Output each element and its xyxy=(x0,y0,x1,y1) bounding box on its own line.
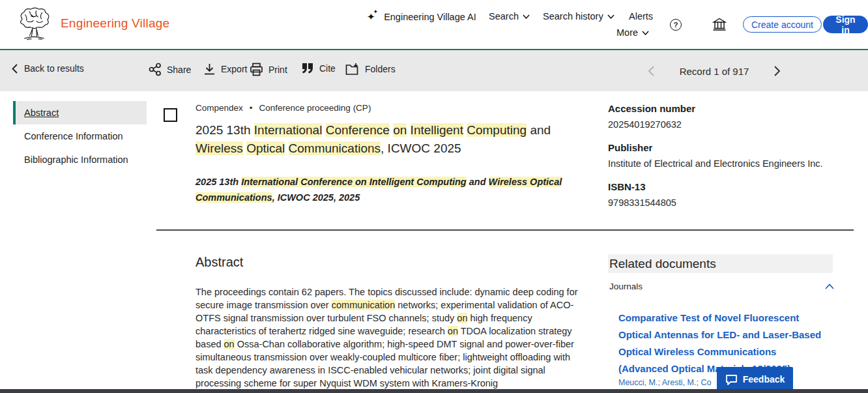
related-documents-heading: Related documents xyxy=(608,254,833,273)
sidebar-item-conference-information[interactable]: Conference Information xyxy=(13,124,147,148)
related-journals-toggle[interactable]: Journals xyxy=(609,282,834,291)
top-header: Engineering Village ✦✦ Engineering Villa… xyxy=(0,0,868,49)
nav-more[interactable]: More xyxy=(616,27,649,38)
create-account-button[interactable]: Create account xyxy=(743,16,822,33)
database-label: Compendex xyxy=(195,103,243,113)
feedback-button[interactable]: Feedback xyxy=(717,367,793,392)
record-counter: Record 1 of 917 xyxy=(665,66,763,77)
chevron-left-icon xyxy=(12,64,18,74)
cite-button[interactable]: Cite xyxy=(301,63,336,74)
nav-search[interactable]: Search xyxy=(489,11,530,22)
publisher-value: Institute of Electrical and Electronics … xyxy=(608,158,856,169)
sparkle-icon: ✦✦ xyxy=(367,11,380,23)
sign-in-button[interactable]: Sign in xyxy=(823,16,868,33)
isbn-link[interactable]: 9798331544805 xyxy=(608,197,856,208)
previous-record-button[interactable] xyxy=(642,62,660,80)
abstract-text: The proceedings contain 62 papers. The t… xyxy=(195,285,583,390)
content-divider xyxy=(156,229,854,231)
nav-ev-ai[interactable]: ✦✦ Engineering Village AI xyxy=(367,11,476,23)
back-to-results-button[interactable]: Back to results xyxy=(12,63,84,74)
folder-add-icon xyxy=(345,63,360,76)
isbn-block: ISBN-13 9798331544805 xyxy=(608,181,856,208)
share-button[interactable]: Share xyxy=(149,63,191,76)
folders-button[interactable]: Folders xyxy=(345,63,396,76)
share-icon xyxy=(149,63,162,76)
record-pagination: Record 1 of 917 xyxy=(642,62,787,80)
speech-bubble-icon xyxy=(725,374,738,385)
nav-search-history[interactable]: Search history xyxy=(543,11,615,22)
elsevier-tree-logo-icon xyxy=(16,7,52,41)
chevron-down-icon xyxy=(642,31,649,35)
accession-number-block: Accession number 20254019270632 xyxy=(608,103,856,130)
doc-type-label: Conference proceeding (CP) xyxy=(259,103,371,113)
help-icon[interactable]: ? xyxy=(670,19,682,31)
printer-icon xyxy=(250,63,263,76)
record-toolbar: Back to results Share Export xyxy=(0,50,868,91)
record-meta: Compendex • Conference proceeding (CP) xyxy=(195,103,594,113)
record-page: Engineering Village ✦✦ Engineering Villa… xyxy=(0,0,868,393)
next-record-button[interactable] xyxy=(768,62,787,80)
bottom-edge-bar xyxy=(0,389,868,393)
sidebar-item-abstract[interactable]: Abstract xyxy=(13,101,147,124)
chevron-down-icon xyxy=(523,14,530,19)
meta-separator: • xyxy=(250,103,253,113)
chevron-up-icon xyxy=(825,284,834,289)
record-main: Compendex • Conference proceeding (CP) 2… xyxy=(195,103,594,205)
print-button[interactable]: Print xyxy=(250,63,287,76)
export-button[interactable]: Export xyxy=(203,63,247,76)
nav-alerts[interactable]: Alerts xyxy=(629,11,653,22)
institution-icon[interactable] xyxy=(712,18,727,31)
abstract-heading: Abstract xyxy=(195,255,243,270)
record-title: 2025 13th International Conference on In… xyxy=(195,121,594,158)
publisher-block: Publisher Institute of Electrical and El… xyxy=(608,142,856,169)
record-citation: 2025 13th International Conference on In… xyxy=(195,174,594,205)
brand-title: Engineering Village xyxy=(61,16,169,31)
chevron-down-icon xyxy=(607,14,615,19)
record-select-checkbox[interactable] xyxy=(164,108,177,122)
accession-number-value: 20254019270632 xyxy=(608,119,856,130)
sidebar-item-bibliographic-information[interactable]: Bibliographic Information xyxy=(13,148,147,171)
download-icon xyxy=(203,63,216,76)
section-sidebar: Abstract Conference Information Bibliogr… xyxy=(13,101,147,171)
quote-icon xyxy=(301,63,314,74)
